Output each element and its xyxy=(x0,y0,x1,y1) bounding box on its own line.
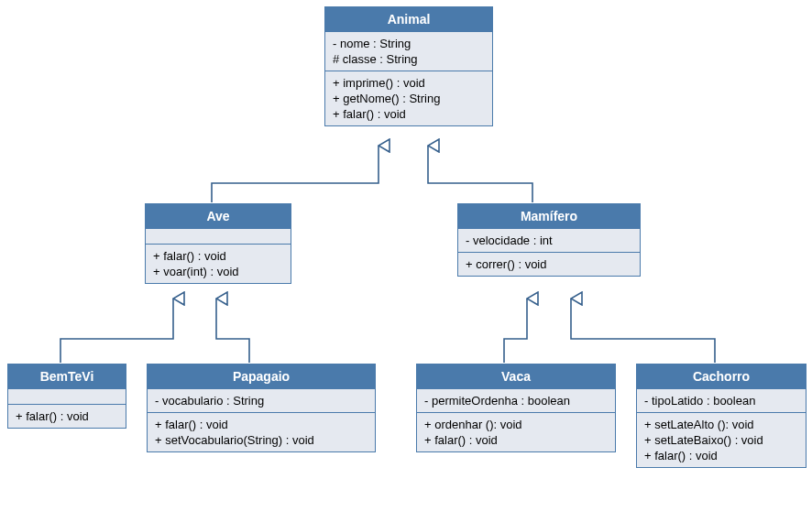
operations: + setLateAlto (): void + setLateBaixo() … xyxy=(637,412,806,467)
operations: + falar() : void + setVocabulario(String… xyxy=(148,412,375,451)
operation: + correr() : void xyxy=(466,256,632,272)
attributes: - permiteOrdenha : boolean xyxy=(417,388,615,412)
attribute: - velocidade : int xyxy=(466,233,632,248)
class-mamifero: Mamífero - velocidade : int + correr() :… xyxy=(457,203,641,277)
operation: + getNome() : String xyxy=(333,91,485,106)
operations: + ordenhar (): void + falar() : void xyxy=(417,412,615,451)
uml-diagram: Animal - nome : String # classe : String… xyxy=(0,0,812,522)
class-bemtevi: BemTeVi + falar() : void xyxy=(7,364,126,429)
attribute: # classe : String xyxy=(333,51,485,67)
operation: + falar() : void xyxy=(333,106,485,122)
operation: + falar() : void xyxy=(155,417,368,432)
class-title: BemTeVi xyxy=(8,364,126,388)
class-title: Papagaio xyxy=(148,364,375,388)
operation: + falar() : void xyxy=(424,432,608,448)
operations: + imprime() : void + getNome() : String … xyxy=(325,71,492,125)
attribute: - tipoLatido : boolean xyxy=(644,393,798,408)
attributes xyxy=(8,388,126,404)
operation: + imprime() : void xyxy=(333,75,485,91)
class-title: Cachorro xyxy=(637,364,806,388)
operation: + ordenhar (): void xyxy=(424,417,608,432)
class-papagaio: Papagaio - vocabulario : String + falar(… xyxy=(147,364,376,452)
operation: + falar() : void xyxy=(153,248,283,264)
class-vaca: Vaca - permiteOrdenha : boolean + ordenh… xyxy=(416,364,616,452)
operation: + falar() : void xyxy=(16,408,118,424)
operation: + setVocabulario(String) : void xyxy=(155,432,368,448)
attribute: - vocabulario : String xyxy=(155,393,368,408)
operation: + setLateAlto (): void xyxy=(644,417,798,432)
attributes: - velocidade : int xyxy=(458,228,640,252)
attributes: - vocabulario : String xyxy=(148,388,375,412)
class-ave: Ave + falar() : void + voar(int) : void xyxy=(145,203,291,284)
operations: + correr() : void xyxy=(458,252,640,276)
attributes xyxy=(146,228,291,244)
class-title: Ave xyxy=(146,204,291,228)
class-title: Mamífero xyxy=(458,204,640,228)
attributes: - nome : String # classe : String xyxy=(325,31,492,71)
operations: + falar() : void + voar(int) : void xyxy=(146,244,291,283)
class-title: Vaca xyxy=(417,364,615,388)
class-cachorro: Cachorro - tipoLatido : boolean + setLat… xyxy=(636,364,807,468)
attribute: - nome : String xyxy=(333,36,485,51)
class-animal: Animal - nome : String # classe : String… xyxy=(324,6,493,126)
attribute: - permiteOrdenha : boolean xyxy=(424,393,608,408)
operations: + falar() : void xyxy=(8,404,126,428)
attributes: - tipoLatido : boolean xyxy=(637,388,806,412)
operation: + setLateBaixo() : void xyxy=(644,432,798,448)
class-title: Animal xyxy=(325,7,492,31)
operation: + voar(int) : void xyxy=(153,264,283,279)
operation: + falar() : void xyxy=(644,448,798,463)
